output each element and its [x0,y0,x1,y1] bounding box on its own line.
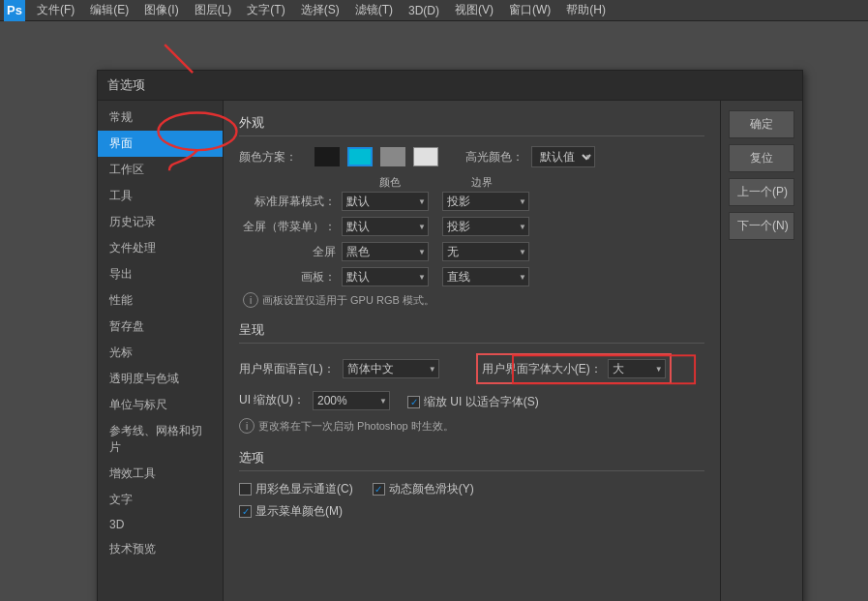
mode-fullscreen-menu-label: 全屏（带菜单）： [239,219,336,235]
appearance-title: 外观 [239,114,704,136]
nav-transparency[interactable]: 透明度与色域 [98,366,223,392]
preferences-nav: 常规 界面 工作区 工具 历史记录 文件处理 导出 性能 暂存盘 光标 透明度与… [98,101,224,601]
ui-scale-select[interactable]: 200% [313,391,390,410]
mode-fullscreen-menu-color[interactable]: 默认 [342,217,429,236]
menu-color-label: 显示菜单颜色(M) [255,503,343,520]
mode-fullscreen-label: 全屏 [239,244,336,260]
nav-interface[interactable]: 界面 [98,131,223,157]
color-scheme-gray[interactable] [380,147,405,166]
nav-units[interactable]: 单位与标尺 [98,392,223,418]
ui-lang-label: 用户界面语言(L)： [239,361,335,377]
mode-fullscreen-color[interactable]: 黑色 [342,242,429,261]
preferences-dialog: 首选项 常规 界面 工作区 工具 历史记录 文件处理 导出 性能 暂存盘 光标 … [97,70,803,601]
menu-filter[interactable]: 滤镜(T) [347,0,401,20]
mode-row-fullscreen-menu: 全屏（带菜单）： 默认 投影 [239,217,704,236]
menu-image[interactable]: 图像(I) [136,0,186,20]
rendering-title: 呈现 [239,321,704,344]
nav-techpreview[interactable]: 技术预览 [98,536,223,562]
menu-color-checkbox[interactable] [239,505,252,518]
channels-label: 用彩色显示通道(C) [255,481,353,497]
gpu-note-text: 画板设置仅适用于 GPU RGB 模式。 [262,293,434,308]
mode-artboard-color[interactable]: 默认 [342,267,429,286]
menu-view[interactable]: 视图(V) [447,0,501,20]
dynamic-label: 动态颜色滑块(Y) [389,481,474,497]
mode-standard-label: 标准屏幕模式： [239,194,336,210]
dialog-title: 首选项 [98,71,802,101]
reset-button[interactable]: 复位 [729,144,794,172]
ui-lang-select[interactable]: 简体中文 [343,359,439,378]
restart-info-icon: i [239,418,254,434]
prev-button[interactable]: 上一个(P) [729,178,794,206]
menu-window[interactable]: 窗口(W) [501,0,558,20]
menu-help[interactable]: 帮助(H) [558,0,614,20]
color-column-header: 颜色 [344,175,435,190]
dynamic-checkbox[interactable] [373,483,385,496]
mode-row-standard: 标准屏幕模式： 默认 投影 [239,192,704,211]
nav-performance[interactable]: 性能 [98,287,223,314]
nav-export[interactable]: 导出 [98,261,223,287]
highlight-select[interactable]: 默认值 [531,146,595,167]
nav-workspace[interactable]: 工作区 [98,157,223,183]
nav-text[interactable]: 文字 [98,487,223,513]
nav-guides[interactable]: 参考线、网格和切片 [98,418,223,461]
mode-artboard-border[interactable]: 直线 [442,267,529,286]
dialog-buttons: 确定 复位 上一个(P) 下一个(N) [720,101,802,601]
color-scheme-white[interactable] [413,147,438,166]
mode-standard-color[interactable]: 默认 [342,192,429,211]
restart-note-text: 更改将在下一次启动 Photoshop 时生效。 [258,419,454,434]
menu-3d[interactable]: 3D(D) [401,2,447,19]
color-scheme-cyan[interactable] [347,147,373,166]
color-scheme-black[interactable] [314,147,340,166]
nav-plugins[interactable]: 增效工具 [98,461,223,487]
ui-font-size-label: 用户界面字体大小(E)： [482,361,602,377]
ok-button[interactable]: 确定 [729,110,794,138]
title-text: 首选项 [107,77,145,92]
mode-row-fullscreen: 全屏 黑色 无 [239,242,704,261]
main-area: « × ↖ ⊞ ⬜ 🔎 ✱ ⌗ ✒ ✦ 🖌 ✎ ◷ ▭ ▤ ◌ [0,21,868,601]
menu-edit[interactable]: 编辑(E) [82,0,136,20]
nav-history[interactable]: 历史记录 [98,209,223,235]
next-button[interactable]: 下一个(N) [729,212,794,240]
channels-checkbox[interactable] [239,483,252,496]
menubar: Ps 文件(F) 编辑(E) 图像(I) 图层(L) 文字(T) 选择(S) 滤… [0,0,868,21]
ps-logo: Ps [4,0,25,21]
preferences-content: 外观 颜色方案： 高光颜色： 默认值 [224,101,720,601]
nav-scratch[interactable]: 暂存盘 [98,314,223,340]
scale-ui-label: 缩放 UI 以适合字体(S) [424,394,539,410]
menu-text[interactable]: 文字(T) [239,0,292,20]
option-item-channels: 用彩色显示通道(C) [239,481,353,497]
options-title: 选项 [239,449,704,471]
nav-filehandling[interactable]: 文件处理 [98,235,223,261]
mode-standard-border[interactable]: 投影 [442,192,529,211]
menu-layer[interactable]: 图层(L) [187,0,240,20]
nav-tools[interactable]: 工具 [98,183,223,209]
gpu-info-icon: i [243,292,258,308]
border-column-header: 边界 [435,175,527,190]
menu-file[interactable]: 文件(F) [29,0,82,20]
mode-fullscreen-border[interactable]: 无 [442,242,529,261]
mode-fullscreen-menu-border[interactable]: 投影 [442,217,529,236]
menu-select[interactable]: 选择(S) [293,0,347,20]
nav-cursor[interactable]: 光标 [98,340,223,366]
dialog-background: 首选项 常规 界面 工作区 工具 历史记录 文件处理 导出 性能 暂存盘 光标 … [0,21,868,601]
color-scheme-label: 颜色方案： [239,149,307,165]
nav-3d[interactable]: 3D [98,513,223,536]
option-item-dynamic: 动态颜色滑块(Y) [373,481,474,497]
scale-ui-checkbox[interactable] [407,396,420,408]
ui-font-size-select[interactable]: 大 [608,359,666,378]
ui-scale-label: UI 缩放(U)： [239,392,305,408]
highlight-label: 高光颜色： [465,149,524,165]
mode-artboard-label: 画板： [239,269,336,285]
nav-general[interactable]: 常规 [98,105,223,131]
mode-row-artboard: 画板： 默认 直线 [239,267,704,286]
